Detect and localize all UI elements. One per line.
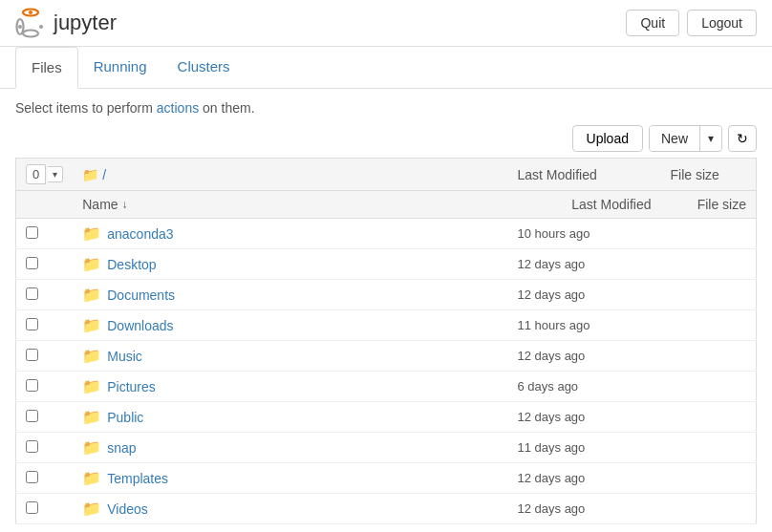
file-name: Downloads (107, 318, 173, 333)
svg-point-4 (18, 25, 22, 29)
new-button-dropdown[interactable]: ▾ (700, 127, 721, 150)
file-link[interactable]: 📁 Downloads (82, 316, 498, 334)
row-checkbox[interactable] (26, 257, 38, 269)
table-row: 📁 Music 12 days ago (16, 341, 757, 372)
path-label: / (102, 167, 106, 182)
select-count-group: 0 ▾ (26, 164, 63, 184)
row-checkbox[interactable] (26, 226, 38, 239)
col-name-label: Name (82, 197, 118, 212)
row-name-cell: 📁 Documents (73, 280, 507, 310)
row-checkbox[interactable] (26, 501, 38, 514)
col-size-label: File size (671, 167, 719, 182)
row-modified: 12 days ago (508, 494, 661, 524)
tab-clusters[interactable]: Clusters (162, 47, 246, 89)
file-link[interactable]: 📁 snap (82, 438, 498, 457)
file-name: Pictures (107, 379, 156, 394)
col-modified-header[interactable]: Last Modified (508, 159, 661, 191)
row-name-cell: 📁 Videos (73, 494, 507, 524)
upload-button[interactable]: Upload (572, 125, 643, 152)
file-link[interactable]: 📁 Desktop (82, 255, 498, 273)
breadcrumb-path[interactable]: 📁 / (82, 167, 498, 182)
logout-button[interactable]: Logout (687, 10, 757, 36)
row-modified: 12 days ago (508, 341, 661, 372)
table-row: 📁 Videos 12 days ago (16, 494, 757, 524)
quit-button[interactable]: Quit (626, 10, 679, 36)
select-hint: Select items to perform actions on them. (15, 100, 757, 116)
table-row: 📁 snap 11 days ago (16, 433, 757, 463)
jupyter-logo-icon (15, 8, 46, 38)
row-checkbox-cell (16, 249, 74, 280)
folder-icon: 📁 (82, 408, 101, 426)
file-name: Desktop (107, 257, 156, 272)
row-name-cell: 📁 anaconda3 (73, 219, 507, 249)
file-link[interactable]: 📁 Videos (82, 500, 498, 518)
table-row: 📁 Desktop 12 days ago (16, 249, 757, 280)
select-count-arrow[interactable]: ▾ (48, 166, 63, 182)
row-checkbox-cell (16, 341, 74, 372)
row-modified: 12 days ago (508, 402, 661, 433)
row-size (661, 463, 757, 494)
row-name-cell: 📁 Music (73, 341, 507, 372)
file-link[interactable]: 📁 Music (82, 347, 498, 365)
row-checkbox-cell (16, 433, 74, 463)
col-size-header[interactable]: File size (661, 159, 757, 191)
file-link[interactable]: 📁 anaconda3 (82, 224, 498, 243)
file-link[interactable]: 📁 Templates (82, 469, 498, 487)
row-size (661, 219, 757, 249)
breadcrumb-content: 0 ▾ (26, 164, 63, 184)
svg-point-1 (23, 31, 38, 37)
table-row: 📁 Templates 12 days ago (16, 463, 757, 494)
logo-text: jupyter (54, 11, 117, 35)
row-checkbox-cell (16, 310, 74, 341)
row-size (661, 372, 757, 402)
row-size (661, 494, 757, 524)
row-checkbox[interactable] (26, 287, 38, 300)
row-checkbox[interactable] (26, 349, 38, 361)
file-link[interactable]: 📁 Public (82, 408, 498, 426)
row-name-cell: 📁 Desktop (73, 249, 507, 280)
select-count-value: 0 (26, 164, 46, 184)
tab-files[interactable]: Files (15, 47, 78, 89)
row-size (661, 310, 757, 341)
col-modified-header[interactable]: Last Modified (508, 191, 661, 219)
file-link[interactable]: 📁 Pictures (82, 377, 498, 395)
row-checkbox[interactable] (26, 410, 38, 422)
file-name: anaconda3 (107, 226, 173, 242)
file-table: 0 ▾ 📁 / Last Modified File size (15, 158, 757, 524)
file-name: Documents (107, 287, 175, 303)
row-checkbox[interactable] (26, 379, 38, 392)
row-modified: 12 days ago (508, 463, 661, 494)
col-modified-label: Last Modified (571, 197, 651, 212)
row-modified: 11 days ago (508, 433, 661, 463)
row-checkbox[interactable] (26, 440, 38, 453)
row-checkbox-cell (16, 372, 74, 402)
col-size-header[interactable]: File size (661, 191, 757, 219)
row-checkbox-cell (16, 494, 74, 524)
folder-icon: 📁 (82, 224, 101, 243)
file-name: Public (107, 410, 143, 425)
tab-running[interactable]: Running (78, 47, 162, 89)
folder-icon: 📁 (82, 377, 101, 395)
name-sort-header[interactable]: Name ↓ (82, 197, 498, 212)
folder-icon: 📁 (82, 286, 101, 304)
breadcrumb-row: 0 ▾ 📁 / Last Modified File size (16, 159, 757, 191)
file-link[interactable]: 📁 Documents (82, 286, 498, 304)
folder-icon: 📁 (82, 316, 101, 334)
col-size-label: File size (697, 197, 746, 212)
row-checkbox[interactable] (26, 471, 38, 483)
row-name-cell: 📁 Templates (73, 463, 507, 494)
row-size (661, 402, 757, 433)
svg-point-5 (39, 25, 43, 29)
folder-icon: 📁 (82, 438, 101, 457)
table-row: 📁 Downloads 11 hours ago (16, 310, 757, 341)
svg-point-3 (29, 11, 32, 14)
refresh-button[interactable]: ↻ (728, 125, 757, 152)
logo: jupyter (15, 8, 117, 38)
select-all-cell: 0 ▾ (16, 159, 74, 191)
new-button-label[interactable]: New (650, 126, 700, 151)
row-checkbox[interactable] (26, 318, 38, 330)
col-modified-label: Last Modified (518, 167, 597, 182)
col-name-header[interactable]: Name ↓ (73, 191, 507, 219)
row-modified: 11 hours ago (508, 310, 661, 341)
sort-arrow-icon: ↓ (122, 198, 128, 211)
